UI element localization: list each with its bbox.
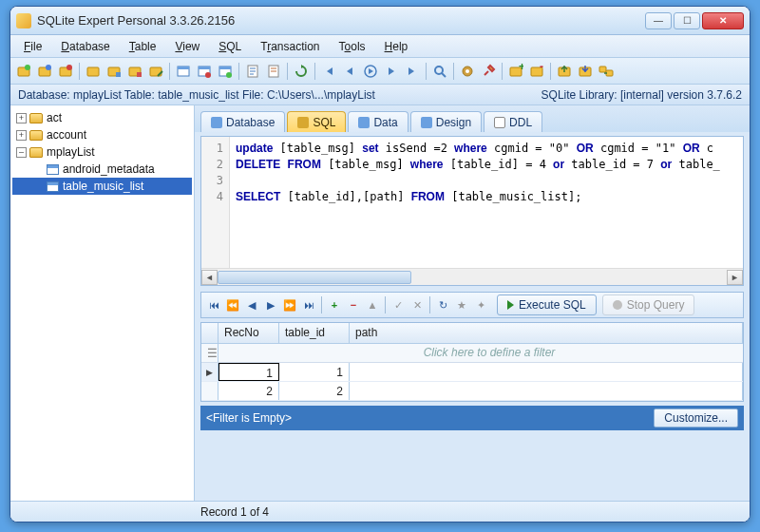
tb-close-db-icon[interactable] xyxy=(56,62,75,81)
play-icon xyxy=(507,300,514,310)
database-icon xyxy=(211,117,222,128)
tb-export-icon[interactable] xyxy=(555,62,574,81)
svg-rect-32 xyxy=(599,66,606,72)
tb-table3-icon[interactable] xyxy=(216,62,235,81)
tb-tools-icon[interactable] xyxy=(479,62,498,81)
menu-transaction[interactable]: Transaction xyxy=(251,37,329,56)
menu-sql[interactable]: SQL xyxy=(209,37,251,56)
col-path[interactable]: path xyxy=(350,323,743,343)
tb-table-icon[interactable] xyxy=(174,62,193,81)
menu-database[interactable]: Database xyxy=(51,37,119,56)
row-delete-icon[interactable]: − xyxy=(345,296,362,314)
table-row[interactable]: 2 2 xyxy=(201,382,743,401)
table-row[interactable]: ▶ 1 1 xyxy=(201,363,743,382)
menu-help[interactable]: Help xyxy=(375,37,418,56)
scroll-left-icon[interactable]: ◄ xyxy=(201,270,218,285)
tb-nav-prev-icon[interactable] xyxy=(340,62,359,81)
menu-table[interactable]: Table xyxy=(120,37,166,56)
tab-database[interactable]: Database xyxy=(200,111,285,132)
nav-nextpage-icon[interactable]: ⏩ xyxy=(281,296,298,314)
tb-remove-icon[interactable]: - xyxy=(527,62,546,81)
tb-nav-play-icon[interactable] xyxy=(361,62,380,81)
tb-find-icon[interactable] xyxy=(430,62,449,81)
scroll-thumb[interactable] xyxy=(218,271,411,284)
tb-db-icon[interactable] xyxy=(84,62,103,81)
maximize-button[interactable]: ☐ xyxy=(674,12,700,29)
tree-db-account[interactable]: +account xyxy=(12,126,192,143)
row-post-icon[interactable]: ✓ xyxy=(390,296,407,314)
nav-last-icon[interactable]: ⏭ xyxy=(300,296,317,314)
tb-new-db-icon[interactable] xyxy=(14,62,33,81)
col-recno[interactable]: RecNo xyxy=(218,323,279,343)
filter-status: <Filter is Empty> xyxy=(206,411,292,425)
record-status: Record 1 of 4 xyxy=(200,505,269,519)
tb-import-icon[interactable] xyxy=(576,62,595,81)
sql-icon xyxy=(297,117,309,128)
tab-ddl[interactable]: DDL xyxy=(484,111,542,132)
tb-db4-icon[interactable] xyxy=(146,62,165,81)
svg-point-3 xyxy=(46,65,51,70)
menu-tools[interactable]: Tools xyxy=(330,37,375,56)
row-bookmark2-icon[interactable]: ✦ xyxy=(472,296,489,314)
row-bookmark-icon[interactable]: ★ xyxy=(453,296,470,314)
ddl-icon xyxy=(494,117,505,128)
stop-icon xyxy=(613,300,622,310)
tb-gear-icon[interactable] xyxy=(458,62,477,81)
svg-point-25 xyxy=(466,69,469,73)
menubar: File Database Table View SQL Transaction… xyxy=(10,35,750,58)
tree-db-mplaylist[interactable]: –mplayList xyxy=(12,143,192,161)
tb-script2-icon[interactable] xyxy=(264,62,283,81)
grid-filter-row[interactable]: ☰ Click here to define a filter xyxy=(201,344,743,363)
tab-sql[interactable]: SQL xyxy=(287,111,346,132)
nav-prevpage-icon[interactable]: ⏪ xyxy=(224,296,241,314)
tb-open-db-icon[interactable] xyxy=(35,62,54,81)
tb-nav-first-icon[interactable] xyxy=(319,62,338,81)
nav-first-icon[interactable]: ⏮ xyxy=(205,296,222,314)
sql-editor[interactable]: 1234 update [table_msg] set isSend =2 wh… xyxy=(200,136,744,286)
app-window: SQLite Expert Personal 3.3.26.2156 — ☐ ✕… xyxy=(10,6,750,522)
row-cancel-icon[interactable]: ✕ xyxy=(408,296,426,314)
close-button[interactable]: ✕ xyxy=(702,12,744,29)
execute-sql-button[interactable]: Execute SQL xyxy=(497,294,597,315)
tree-table-music-list[interactable]: table_music_list xyxy=(12,178,192,195)
tb-refresh-icon[interactable] xyxy=(292,62,311,81)
row-edit-icon[interactable]: ▲ xyxy=(364,296,381,314)
svg-point-1 xyxy=(25,65,30,70)
menu-view[interactable]: View xyxy=(165,37,209,56)
tb-script-icon[interactable] xyxy=(243,62,262,81)
result-grid[interactable]: RecNo table_id path ☰ Click here to defi… xyxy=(200,322,744,402)
tb-nav-last-icon[interactable] xyxy=(403,62,422,81)
minimize-button[interactable]: — xyxy=(645,12,672,29)
row-insert-icon[interactable]: + xyxy=(326,296,343,314)
titlebar: SQLite Expert Personal 3.3.26.2156 — ☐ ✕ xyxy=(10,7,750,35)
tb-add-icon[interactable]: + xyxy=(506,62,525,81)
filter-bar: <Filter is Empty> Customize... xyxy=(200,406,744,430)
customize-button[interactable]: Customize... xyxy=(654,408,738,428)
editor-hscroll[interactable]: ◄ ► xyxy=(201,268,743,285)
nav-prev-icon[interactable]: ◀ xyxy=(243,296,260,314)
tb-table2-icon[interactable] xyxy=(195,62,214,81)
tab-design[interactable]: Design xyxy=(410,111,482,132)
tree-table-android-metadata[interactable]: android_metadata xyxy=(12,161,192,178)
tb-transfer-icon[interactable] xyxy=(597,62,616,81)
folder-icon xyxy=(29,147,43,158)
svg-text:+: + xyxy=(519,64,523,73)
menu-file[interactable]: File xyxy=(14,37,51,56)
scroll-right-icon[interactable]: ► xyxy=(727,270,743,285)
row-refresh-icon[interactable]: ↻ xyxy=(434,296,451,314)
info-right: SQLite Library: [internal] version 3.7.6… xyxy=(542,88,742,102)
data-icon xyxy=(358,117,370,128)
table-icon xyxy=(47,181,59,192)
db-tree[interactable]: +act +account –mplayList android_metadat… xyxy=(10,105,195,501)
design-icon xyxy=(421,117,432,128)
nav-next-icon[interactable]: ▶ xyxy=(262,296,279,314)
tb-nav-next-icon[interactable] xyxy=(382,62,401,81)
tree-db-act[interactable]: +act xyxy=(12,109,192,126)
result-toolbar: ⏮ ⏪ ◀ ▶ ⏩ ⏭ + − ▲ ✓ ✕ ↻ ★ ✦ Execute SQL … xyxy=(200,292,744,318)
svg-point-5 xyxy=(66,65,72,70)
sql-code[interactable]: update [table_msg] set isSend =2 where c… xyxy=(230,137,743,268)
col-table-id[interactable]: table_id xyxy=(279,323,350,343)
tb-db2-icon[interactable] xyxy=(104,62,124,81)
tab-data[interactable]: Data xyxy=(348,111,408,132)
tb-db3-icon[interactable] xyxy=(125,62,144,81)
